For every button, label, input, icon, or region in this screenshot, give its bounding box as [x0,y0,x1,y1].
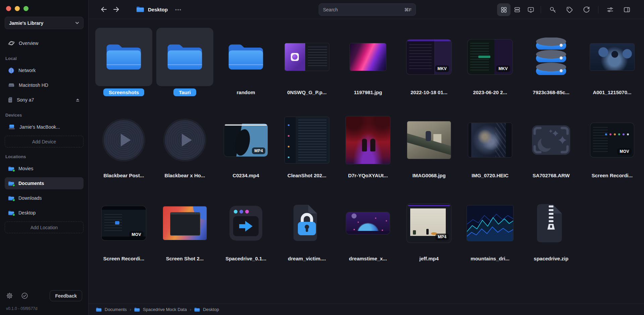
search-shortcut: ⌘F [404,7,412,12]
list-view-icon [514,6,521,13]
file-item[interactable]: MKV 2022-10-18 01... [398,28,460,111]
play-icon [182,134,192,146]
file-item[interactable]: 0NSWQ_G_P.p... [276,28,337,111]
eject-button[interactable] [75,98,80,103]
sidebar: Jamie's Library Overview Local Network M… [0,0,89,315]
settings-gear-icon[interactable] [6,292,13,299]
format-badge: MP4 [435,234,449,240]
refresh-button[interactable] [578,3,595,16]
library-selector[interactable]: Jamie's Library [5,17,84,29]
arrow-left-icon [100,6,107,13]
arrow-right-icon [113,6,120,13]
sidebar-item-sony-a7[interactable]: Sony a7 [5,94,84,106]
file-item-random[interactable]: random [215,28,276,111]
minimize-window-button[interactable] [15,6,20,11]
add-device-button[interactable]: Add Device [5,136,84,147]
format-badge: MKV [496,65,510,72]
search-bar[interactable]: ⌘F [319,3,416,16]
image-thumbnail [350,43,386,71]
file-item[interactable]: MP4 jeff.mp4 [398,194,460,277]
sidebar-item-downloads[interactable]: Downloads [5,192,84,204]
zoom-window-button[interactable] [23,6,29,11]
file-item[interactable]: 7923c368-85c... [521,28,582,111]
sidebar-item-desktop[interactable]: Desktop [5,207,84,219]
file-item[interactable]: Screen Shot 2... [154,194,215,277]
section-title-locations: Locations [5,154,83,159]
sidebar-item-label: Downloads [18,195,42,201]
sidebar-item-jamies-macbook[interactable]: Jamie's MacBook... [5,121,84,133]
encrypted-file-icon [293,204,321,242]
file-item[interactable]: IMAG0068.jpg [398,111,460,194]
globe-icon [8,67,14,74]
file-item[interactable]: D7r-YQoXYAUt... [337,111,398,194]
feedback-button[interactable]: Feedback [50,290,82,301]
file-item[interactable]: spacedrive.zip [521,194,582,277]
path-segment-documents[interactable]: Documents [96,307,127,312]
tags-button[interactable] [561,3,578,16]
file-item[interactable]: SA702768.ARW [521,111,582,194]
file-item-tauri[interactable]: Tauri [154,28,215,111]
sidebar-item-label: Sony a7 [17,97,34,103]
file-name: 2022-10-18 01... [411,88,447,96]
file-item[interactable]: mountains_dri... [460,194,521,277]
view-options-button[interactable] [602,3,619,16]
close-window-button[interactable] [6,6,11,11]
zip-file-icon [536,203,566,243]
main-panel: Desktop ••• ⌘F [89,0,644,315]
file-item[interactable]: 1197981.jpg [337,28,398,111]
key-icon [549,6,556,13]
sidebar-item-macintosh-hd[interactable]: Macintosh HD [5,79,84,91]
add-location-button[interactable]: Add Location [5,222,84,233]
file-item[interactable]: MOV Screen Recordi... [93,194,154,277]
path-segment-mock-data[interactable]: Spacedrive Mock Data [134,307,187,312]
media-view-button[interactable] [524,3,537,16]
file-name: CleanShot 202... [287,172,326,179]
spacedrive-window: Jamie's Library Overview Local Network M… [0,0,644,315]
file-name: random [236,88,255,96]
list-view-button[interactable] [511,3,524,16]
back-button[interactable] [97,6,110,13]
more-options-button[interactable]: ••• [175,7,182,12]
installer-icon [230,206,262,240]
section-title-local: Local [5,56,83,61]
sidebar-item-label: Jamie's MacBook... [19,124,60,130]
raw-image-icon [531,125,571,155]
file-name: 7923c368-85c... [533,88,569,96]
path-segment-desktop[interactable]: Desktop [194,307,219,312]
file-item[interactable]: Blackbear Post... [93,111,154,194]
file-item[interactable]: MP4 C0234.mp4 [215,111,276,194]
divider [598,6,598,13]
file-item[interactable]: MKV 2023-06-20 2... [460,28,521,111]
forward-button[interactable] [110,6,123,13]
current-folder[interactable]: Desktop [136,6,168,13]
file-item[interactable]: dream_victim.... [276,194,337,277]
eject-icon [75,98,80,103]
folder-icon [227,42,265,72]
file-item[interactable]: A001_1215070... [582,28,643,111]
image-thumbnail [163,206,207,240]
grid-view-button[interactable] [497,3,511,16]
path-segment-label: Documents [105,307,127,312]
file-item[interactable]: IMG_0720.HEIC [460,111,521,194]
file-item-screenshots[interactable]: Screenshots [93,28,154,111]
file-name: IMAG0068.jpg [412,172,445,179]
inspector-toggle-button[interactable] [619,3,635,16]
search-input[interactable] [323,7,404,12]
video-thumbnail: MP4 [407,204,451,243]
sidebar-item-documents[interactable]: Documents [5,177,84,189]
image-thumbnail [285,43,329,71]
file-explorer: Screenshots Tauri random 0NSWQ_G_P.p... [89,19,644,304]
sidebar-item-movies[interactable]: Movies [5,163,84,175]
key-manager-button[interactable] [544,3,561,16]
file-item[interactable]: dreamstime_x... [337,194,398,277]
check-circle-icon[interactable] [21,292,28,299]
laptop-icon [8,124,15,130]
file-name: A001_1215070... [593,88,631,96]
file-item[interactable]: Blackbear x Ho... [154,111,215,194]
file-item[interactable]: CleanShot 202... [276,111,337,194]
sidebar-item-overview[interactable]: Overview [5,37,84,49]
file-item[interactable]: Spacedrive_0.1... [215,194,276,277]
sidebar-item-network[interactable]: Network [5,64,84,76]
sidebar-item-label: Movies [18,166,33,171]
file-item[interactable]: MOV Screen Recordi... [582,111,643,194]
